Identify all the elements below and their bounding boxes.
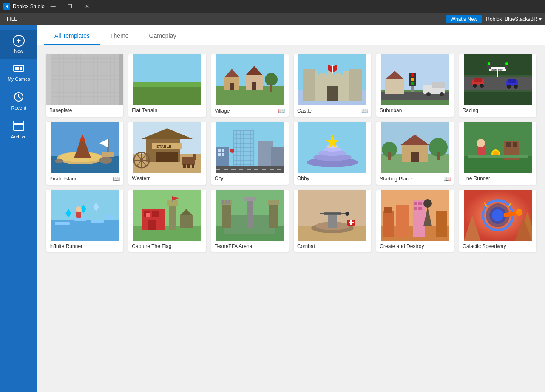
svg-rect-64: [474, 78, 482, 82]
template-western[interactable]: STABLE: [128, 122, 206, 185]
template-city[interactable]: City: [211, 122, 289, 185]
svg-point-196: [345, 212, 349, 216]
sidebar: + New My Games Recent: [0, 25, 37, 392]
svg-rect-12: [133, 54, 201, 84]
svg-point-78: [55, 159, 63, 163]
template-label-team-ffa-arena: Team/FFA Arena: [211, 241, 289, 252]
template-thumb-obby: [294, 122, 371, 173]
archive-icon: [13, 121, 24, 133]
template-team-ffa-arena[interactable]: Team/FFA Arena: [211, 190, 289, 252]
template-racing[interactable]: Start/Finish: [459, 54, 536, 117]
tab-theme[interactable]: Theme: [100, 25, 139, 45]
template-label-line-runner: Line Runner: [459, 173, 536, 184]
tab-gameplay[interactable]: Gameplay: [139, 25, 187, 45]
template-line-runner[interactable]: Line Runner: [459, 122, 536, 185]
template-label-racing: Racing: [459, 105, 536, 116]
svg-point-62: [505, 62, 508, 65]
sidebar-item-my-games[interactable]: My Games: [0, 59, 37, 87]
titlebar: R Roblox Studio — ❐ ✕: [0, 0, 545, 13]
sidebar-item-new[interactable]: + New: [0, 30, 37, 59]
svg-point-66: [480, 84, 484, 88]
template-label-western: Western: [128, 173, 206, 184]
sidebar-item-archive[interactable]: Archive: [0, 116, 37, 144]
template-obby[interactable]: Obby: [294, 122, 371, 185]
template-create-and-destroy[interactable]: Create and Destroy: [376, 190, 454, 252]
svg-rect-33: [327, 86, 338, 101]
template-thumb-village: [211, 54, 289, 105]
close-button[interactable]: ✕: [79, 0, 96, 13]
svg-rect-209: [418, 207, 422, 210]
template-thumb-capture-the-flag: [128, 190, 206, 241]
svg-rect-103: [222, 149, 224, 152]
template-label-galactic-speedway: Galactic Speedway: [459, 241, 536, 252]
template-capture-the-flag[interactable]: Capture The Flag: [128, 190, 206, 252]
svg-rect-158: [106, 215, 114, 219]
template-suburban[interactable]: Suburban: [376, 54, 454, 117]
sidebar-item-recent[interactable]: Recent: [0, 87, 37, 116]
template-thumb-baseplate: [46, 54, 123, 105]
svg-rect-146: [506, 142, 511, 147]
svg-rect-203: [384, 207, 392, 213]
templates-grid: Baseplate Flat Terrain: [37, 45, 545, 260]
svg-line-6: [19, 97, 20, 98]
svg-point-69: [507, 85, 511, 89]
whats-new-button[interactable]: What's New: [446, 15, 482, 23]
template-pirate-island[interactable]: Pirate Island 📖: [46, 122, 123, 185]
template-village[interactable]: Village 📖: [211, 54, 289, 117]
svg-rect-99: [192, 164, 194, 168]
template-label-city: City: [211, 173, 289, 184]
svg-point-52: [440, 92, 444, 96]
svg-rect-68: [508, 79, 516, 83]
svg-text:STABLE: STABLE: [156, 144, 171, 149]
svg-point-45: [411, 78, 414, 81]
svg-rect-1: [15, 67, 17, 70]
svg-point-151: [477, 139, 485, 147]
svg-rect-138: [411, 152, 419, 162]
svg-point-51: [426, 92, 431, 96]
tab-all-templates[interactable]: All Templates: [44, 25, 100, 45]
template-galactic-speedway[interactable]: Galactic Speedway: [459, 190, 536, 252]
template-starting-place[interactable]: Starting Place 📖: [376, 122, 454, 185]
template-thumb-flat-terrain: [128, 54, 206, 105]
svg-rect-207: [418, 202, 422, 205]
file-menu[interactable]: FILE: [3, 14, 21, 24]
svg-rect-204: [396, 205, 409, 237]
template-baseplate[interactable]: Baseplate: [46, 54, 123, 117]
svg-rect-11: [51, 54, 119, 105]
book-icon-village: 📖: [278, 107, 285, 114]
template-thumb-suburban: [376, 54, 454, 105]
svg-rect-142: [437, 152, 440, 160]
menubar: FILE What's New Roblox_BlueStacksBR ▾: [0, 13, 545, 25]
recent-icon: [14, 92, 24, 104]
svg-rect-186: [244, 197, 256, 201]
maximize-button[interactable]: ❐: [62, 0, 79, 13]
minimize-button[interactable]: —: [45, 0, 62, 13]
template-castle[interactable]: Castle 📖: [294, 54, 371, 117]
svg-rect-14: [133, 82, 201, 87]
svg-point-65: [473, 84, 477, 88]
book-icon-castle: 📖: [360, 107, 368, 114]
book-icon-starting: 📖: [443, 175, 451, 182]
tabs-bar: All Templates Theme Gameplay: [37, 25, 545, 45]
svg-point-70: [514, 85, 518, 89]
svg-rect-169: [148, 220, 156, 230]
sidebar-item-recent-label: Recent: [11, 105, 26, 110]
svg-point-220: [492, 209, 504, 221]
svg-point-224: [516, 209, 522, 216]
svg-point-211: [423, 199, 432, 208]
svg-point-132: [326, 145, 338, 148]
svg-point-44: [411, 73, 414, 77]
template-infinite-runner[interactable]: Infinite Runner: [46, 190, 123, 252]
svg-rect-50: [432, 82, 445, 88]
svg-rect-184: [228, 200, 230, 204]
svg-rect-13: [133, 84, 201, 105]
svg-rect-34: [303, 69, 315, 101]
app-icon: R: [3, 3, 10, 10]
svg-rect-7: [14, 121, 24, 124]
book-icon-pirate: 📖: [113, 175, 120, 182]
template-thumb-create-and-destroy: [376, 190, 454, 241]
template-thumb-racing: Start/Finish: [459, 54, 536, 105]
template-flat-terrain[interactable]: Flat Terrain: [128, 54, 206, 117]
template-combat[interactable]: Combat: [294, 190, 371, 252]
svg-rect-155: [55, 222, 70, 225]
